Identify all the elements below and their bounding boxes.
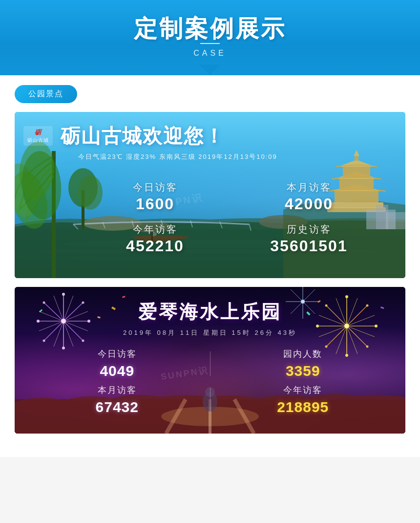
logo-text-bottom: 砺山古城 (27, 137, 49, 144)
card1-stats-grid: 今日访客 1600 本月访客 42000 今年访客 452210 历史访客 35… (15, 166, 405, 265)
header: 定制案例展示 CASE (0, 0, 420, 75)
stat-history-visitors: 历史访客 35601501 (232, 223, 386, 255)
tag-row: 公园景点 (15, 75, 405, 112)
card2-datetime: 2019年 08月 11日 星期日 15时 26分 43秒 (15, 328, 405, 337)
card2-today-value: 4049 (100, 363, 134, 379)
stat-today-value: 1600 (136, 195, 174, 213)
page-title: 定制案例展示 (0, 15, 420, 43)
stat-history-value: 35601501 (270, 237, 347, 255)
card2-today-label: 今日访客 (98, 348, 137, 360)
stat-month-visitors: 本月访客 42000 (232, 181, 386, 213)
stat-year-visitors: 今年访客 452210 (78, 223, 232, 255)
stat-today-label: 今日访客 (133, 181, 178, 194)
card2-month-stat: 本月访客 67432 (34, 384, 200, 415)
header-subtitle: CASE (0, 49, 420, 58)
park-tag[interactable]: 公园景点 (15, 85, 77, 103)
stats-divider-2 (210, 388, 210, 412)
stat-month-label: 本月访客 (287, 181, 332, 194)
card2-inside-value: 3359 (286, 363, 320, 379)
stat-year-label: 今年访客 (133, 223, 178, 236)
card2-month-value: 67432 (96, 399, 139, 415)
stat-today-visitors: 今日访客 1600 (78, 181, 232, 213)
header-arrow (199, 65, 221, 75)
card1-header: 砺 砺山古城 砺山古城欢迎您！ (15, 112, 405, 152)
card2-year-label: 今年访客 (283, 384, 322, 396)
stat-month-value: 42000 (285, 195, 333, 213)
stats-divider-1 (210, 351, 210, 376)
card2-month-label: 本月访客 (98, 384, 137, 396)
logo-text-top: 砺 (35, 128, 42, 137)
card1-info: 今日气温23℃ 湿度23% 东南风三级 2019年12月13号10:09 (15, 153, 405, 161)
logo-box: 砺 砺山古城 (23, 126, 53, 146)
water-park-card: SUNPN识 爱琴海水上乐园 2019年 08月 11日 星期日 15时 26分… (15, 287, 405, 434)
card2-title: 爱琴海水上乐园 (15, 287, 405, 325)
ancient-city-card: SUNPN识 砺 砺山古城 砺山古城欢迎您！ 今日气温23℃ 湿度23% 东南风… (15, 112, 405, 278)
page-body: 公园景点 (0, 75, 420, 457)
card2-year-stat: 今年访客 218895 (220, 384, 386, 415)
stat-history-label: 历史访客 (287, 223, 332, 236)
card2-stats-row2: 本月访客 67432 今年访客 218895 (15, 379, 405, 415)
card2-year-value: 218895 (277, 399, 329, 415)
card2-inside-stat: 园内人数 3359 (220, 348, 386, 379)
stat-year-value: 452210 (126, 237, 184, 255)
card2-today-stat: 今日访客 4049 (34, 348, 200, 379)
card2-inside-label: 园内人数 (283, 348, 322, 360)
card1-title: 砺山古城欢迎您！ (61, 123, 225, 150)
card2-stats-row1: 今日访客 4049 园内人数 3359 (15, 337, 405, 379)
header-divider (200, 43, 220, 44)
